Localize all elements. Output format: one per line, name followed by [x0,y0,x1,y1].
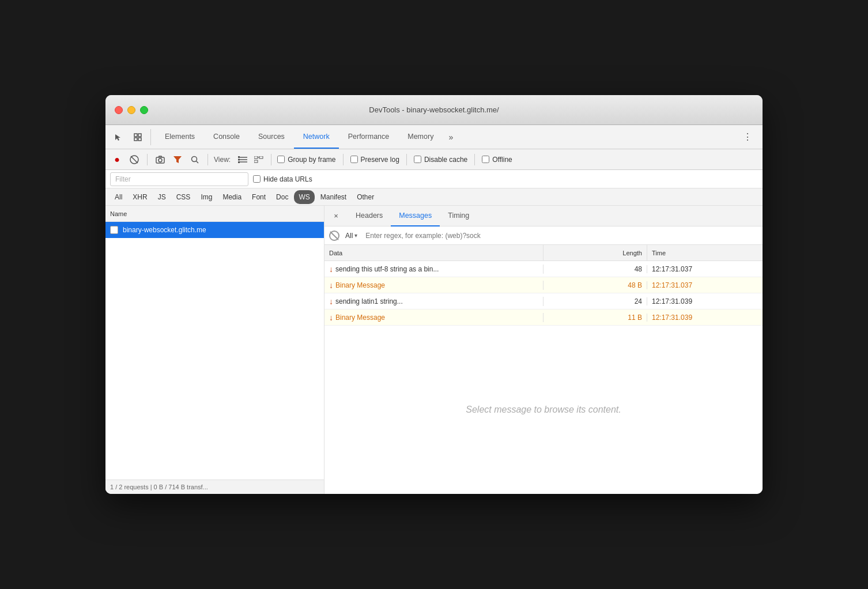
left-pane: Name binary-websocket.glitch.me 1 / 2 re… [105,206,324,494]
more-tabs-button[interactable]: » [443,125,459,149]
tab-sources[interactable]: Sources [249,125,294,149]
request-icon [110,226,118,234]
type-img[interactable]: Img [196,190,217,204]
devtools-navbar: Elements Console Sources Network Perform… [105,125,763,149]
devtools-menu-button[interactable]: ⋮ [737,131,758,142]
message-time-3: 12:17:31.039 [647,297,763,305]
message-length-4: 11 B [544,314,647,322]
close-panel-button[interactable]: × [329,209,343,223]
request-name: binary-websocket.glitch.me [123,226,206,234]
toolbar-divider-2 [207,154,208,165]
tab-console[interactable]: Console [204,125,249,149]
message-data-1: ↓ sending this utf-8 string as a bin... [324,265,544,274]
tree-view-button[interactable] [252,153,265,166]
arrow-down-icon-4: ↓ [329,313,333,322]
offline-checkbox[interactable] [482,156,489,163]
svg-line-10 [197,161,199,163]
offline-label[interactable]: Offline [482,156,512,164]
search-button[interactable] [188,153,202,167]
block-icon [329,231,339,241]
toolbar-divider-3 [271,154,271,165]
devtools-icons-left [110,129,151,145]
arrow-down-icon-3: ↓ [329,297,333,306]
message-length-2: 48 B [544,281,647,289]
tab-elements[interactable]: Elements [156,125,204,149]
time-column-header: Time [647,245,763,260]
traffic-lights [115,106,148,114]
type-font[interactable]: Font [247,190,270,204]
svg-rect-16 [238,161,240,163]
group-by-frame-checkbox[interactable] [277,156,285,163]
view-label: View: [214,156,231,164]
clear-button[interactable] [127,153,141,167]
type-js[interactable]: JS [153,190,171,204]
record-button[interactable]: ● [110,153,124,167]
tab-memory[interactable]: Memory [398,125,443,149]
minimize-button[interactable] [127,106,135,114]
table-row[interactable]: ↓ sending this utf-8 string as a bin... … [324,261,763,277]
table-row[interactable]: ↓ sending latin1 string... 24 12:17:31.0… [324,293,763,309]
message-data-3: ↓ sending latin1 string... [324,297,544,306]
type-all[interactable]: All [110,190,127,204]
type-ws[interactable]: WS [294,190,314,204]
preserve-log-checkbox[interactable] [350,156,358,163]
arrow-down-icon-2: ↓ [329,281,333,290]
svg-rect-2 [134,138,137,141]
table-row[interactable]: ↓ Binary Message 48 B 12:17:31.037 [324,277,763,293]
message-data-2: ↓ Binary Message [324,281,544,290]
type-doc[interactable]: Doc [271,190,293,204]
filter-button[interactable] [171,153,184,167]
messages-table-header: Data Length Time [324,245,763,261]
type-manifest[interactable]: Manifest [316,190,351,204]
cursor-icon[interactable] [110,129,126,145]
tab-network[interactable]: Network [294,125,339,149]
all-filter-dropdown[interactable]: All ▾ [343,231,360,241]
preserve-log-label[interactable]: Preserve log [350,156,399,164]
hide-data-urls-checkbox[interactable] [253,175,261,183]
tab-headers[interactable]: Headers [348,206,391,226]
type-xhr[interactable]: XHR [128,190,152,204]
window-title: DevTools - binary-websocket.glitch.me/ [369,105,499,114]
requests-header: Name [105,206,324,222]
group-by-frame-label[interactable]: Group by frame [277,156,335,164]
regex-filter-input[interactable] [363,231,758,241]
titlebar: DevTools - binary-websocket.glitch.me/ [105,95,763,125]
table-row[interactable]: ↓ Binary Message 11 B 12:17:31.039 [324,309,763,326]
type-media[interactable]: Media [218,190,246,204]
filter-bar: Hide data URLs [105,170,763,188]
inspect-icon[interactable] [130,129,146,145]
tab-timing[interactable]: Timing [440,206,477,226]
type-other[interactable]: Other [352,190,379,204]
devtools-window: DevTools - binary-websocket.glitch.me/ E… [105,95,763,494]
svg-rect-19 [259,156,263,158]
camera-button[interactable] [153,153,167,167]
list-view-button[interactable] [236,153,249,166]
hide-data-urls-label[interactable]: Hide data URLs [253,175,312,183]
main-content: Name binary-websocket.glitch.me 1 / 2 re… [105,206,763,494]
toolbar-separator-1 [343,154,344,165]
tab-messages[interactable]: Messages [391,206,440,226]
nav-tabs: Elements Console Sources Network Perform… [156,125,737,149]
list-item[interactable]: binary-websocket.glitch.me [105,222,324,238]
disable-cache-label[interactable]: Disable cache [414,156,467,164]
disable-cache-checkbox[interactable] [414,156,421,163]
toolbar-separator-3 [474,154,475,165]
svg-marker-8 [173,156,182,163]
message-time-1: 12:17:31.037 [647,265,763,273]
message-time-4: 12:17:31.039 [647,314,763,322]
toolbar-separator-2 [406,154,407,165]
messages-table: Data Length Time ↓ sending this utf-8 st… [324,245,763,494]
svg-rect-20 [254,160,258,163]
close-button[interactable] [115,106,123,114]
message-data-4: ↓ Binary Message [324,313,544,322]
message-length-1: 48 [544,265,647,273]
filter-input[interactable] [110,172,248,186]
length-column-header: Length [544,245,647,260]
dropdown-arrow-icon: ▾ [354,232,357,239]
tab-performance[interactable]: Performance [339,125,399,149]
maximize-button[interactable] [140,106,148,114]
type-css[interactable]: CSS [172,190,195,204]
browse-content-placeholder: Select message to browse its content. [324,326,763,494]
network-toolbar: ● View: [105,149,763,170]
message-time-2: 12:17:31.037 [647,281,763,289]
